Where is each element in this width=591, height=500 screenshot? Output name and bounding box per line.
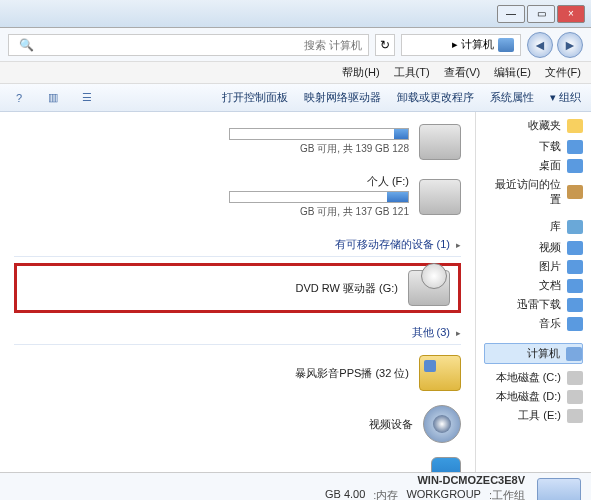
drive-name: DVD RW 驱动器 (G:) <box>25 281 398 296</box>
xunlei-icon <box>567 298 583 312</box>
computer-icon <box>498 38 514 52</box>
phone-icon <box>431 457 461 472</box>
sidebar-item-drive-d[interactable]: 本地磁盘 (D:) <box>484 387 583 406</box>
star-icon <box>567 119 583 133</box>
sidebar-item-label: 工具 (E:) <box>518 408 561 423</box>
tool-props[interactable]: 系统属性 <box>490 90 534 105</box>
sidebar-favorites-head[interactable]: 收藏夹 <box>484 118 583 133</box>
sidebar-item-label: 本地磁盘 (D:) <box>496 389 561 404</box>
sidebar-item-xunlei[interactable]: 迅雷下载 <box>484 295 583 314</box>
document-icon <box>567 279 583 293</box>
menu-file[interactable]: 文件(F) <box>545 65 581 80</box>
sidebar-item-recent[interactable]: 最近访问的位置 <box>484 175 583 209</box>
video-icon <box>567 241 583 255</box>
tool-control[interactable]: 打开控制面板 <box>222 90 288 105</box>
sidebar-item-label: 下载 <box>539 139 561 154</box>
drive-capacity-text: 128 GB 可用, 共 139 GB <box>14 142 409 156</box>
sidebar-computer-head[interactable]: 计算机 <box>484 343 583 364</box>
sidebar-item-drive-e[interactable]: 工具 (E:) <box>484 406 583 425</box>
maximize-button[interactable]: ▭ <box>527 5 555 23</box>
sidebar-item-label: 桌面 <box>539 158 561 173</box>
group-removable[interactable]: 有可移动存储的设备 (1) <box>14 233 461 257</box>
forward-button[interactable]: ► <box>557 32 583 58</box>
breadcrumb-label: 计算机 ▸ <box>452 37 494 52</box>
search-input[interactable] <box>34 39 362 51</box>
preview-icon[interactable]: ▥ <box>44 89 62 107</box>
computer-icon <box>566 347 582 361</box>
sidebar-head-label: 收藏夹 <box>528 118 561 133</box>
hdd-icon <box>419 124 461 160</box>
hdd-icon <box>419 179 461 215</box>
menu-help[interactable]: 帮助(H) <box>342 65 379 80</box>
drive-item-f[interactable]: 个人 (F:) 121 GB 可用, 共 137 GB <box>14 170 461 229</box>
menu-edit[interactable]: 编辑(E) <box>494 65 531 80</box>
nav-bar: ► ◄ 计算机 ▸ ↻ 🔍 <box>0 28 591 62</box>
sidebar-item-label: 文档 <box>539 278 561 293</box>
sidebar-item-label: 图片 <box>539 259 561 274</box>
picture-icon <box>567 260 583 274</box>
tool-uninstall[interactable]: 卸载或更改程序 <box>397 90 474 105</box>
sidebar-item-documents[interactable]: 文档 <box>484 276 583 295</box>
sidebar-item-drive-c[interactable]: 本地磁盘 (C:) <box>484 368 583 387</box>
drive-name: 个人 (F:) <box>14 174 409 189</box>
sidebar-item-pictures[interactable]: 图片 <box>484 257 583 276</box>
window-buttons: × ▭ — <box>497 5 585 23</box>
recent-icon <box>567 185 583 199</box>
status-workgroup-value: WORKGROUP <box>406 488 481 501</box>
sidebar-head-label: 库 <box>550 219 561 234</box>
sidebar-item-videos[interactable]: 视频 <box>484 238 583 257</box>
item-name: 暴风影音PPS播 (32 位) <box>14 366 409 381</box>
view-icon[interactable]: ☰ <box>78 89 96 107</box>
tool-organize[interactable]: 组织 ▾ <box>550 90 581 105</box>
title-bar: × ▭ — <box>0 0 591 28</box>
download-icon <box>567 140 583 154</box>
body-area: 收藏夹 下载 桌面 最近访问的位置 库 视频 图片 文档 迅雷下载 音乐 计算机… <box>0 112 591 472</box>
sidebar: 收藏夹 下载 桌面 最近访问的位置 库 视频 图片 文档 迅雷下载 音乐 计算机… <box>475 112 591 472</box>
drive-icon <box>567 390 583 404</box>
status-computer-name: WIN-DCMOZEC3E8V <box>325 474 525 486</box>
search-icon: 🔍 <box>19 38 34 52</box>
app-folder-icon <box>419 355 461 391</box>
main-panel: 128 GB 可用, 共 139 GB 个人 (F:) 121 GB 可用, 共… <box>0 112 475 472</box>
menu-view[interactable]: 查看(V) <box>444 65 481 80</box>
breadcrumb[interactable]: 计算机 ▸ <box>401 34 521 56</box>
sidebar-item-label: 本地磁盘 (C:) <box>496 370 561 385</box>
music-icon <box>567 317 583 331</box>
other-item-phone[interactable]: 我的手机 <box>14 453 461 472</box>
library-icon <box>567 220 583 234</box>
capacity-bar <box>229 128 409 140</box>
menu-tools[interactable]: 工具(T) <box>394 65 430 80</box>
status-workgroup-label: 工作组: <box>489 488 525 501</box>
sidebar-libraries-head[interactable]: 库 <box>484 219 583 234</box>
status-bar: WIN-DCMOZEC3E8V 工作组: WORKGROUP 内存: 4.00 … <box>0 472 591 500</box>
refresh-button[interactable]: ↻ <box>375 34 395 56</box>
desktop-icon <box>567 159 583 173</box>
computer-large-icon <box>537 478 581 501</box>
sidebar-item-label: 最近访问的位置 <box>490 177 561 207</box>
sidebar-item-downloads[interactable]: 下载 <box>484 137 583 156</box>
help-icon[interactable]: ? <box>10 89 28 107</box>
sidebar-head-label: 计算机 <box>527 346 560 361</box>
drive-icon <box>567 371 583 385</box>
minimize-button[interactable]: — <box>497 5 525 23</box>
back-button[interactable]: ◄ <box>527 32 553 58</box>
close-button[interactable]: × <box>557 5 585 23</box>
tool-netdrive[interactable]: 映射网络驱动器 <box>304 90 381 105</box>
capacity-bar <box>229 191 409 203</box>
dvd-icon <box>408 270 450 306</box>
sidebar-item-label: 音乐 <box>539 316 561 331</box>
toolbar: 组织 ▾ 系统属性 卸载或更改程序 映射网络驱动器 打开控制面板 ☰ ▥ ? <box>0 84 591 112</box>
sidebar-item-label: 迅雷下载 <box>517 297 561 312</box>
sidebar-item-music[interactable]: 音乐 <box>484 314 583 333</box>
status-mem-label: 内存: <box>373 488 398 501</box>
other-item-pps[interactable]: 暴风影音PPS播 (32 位) <box>14 351 461 401</box>
drive-item-e[interactable]: 128 GB 可用, 共 139 GB <box>14 120 461 170</box>
menu-bar: 文件(F) 编辑(E) 查看(V) 工具(T) 帮助(H) <box>0 62 591 84</box>
drive-item-dvd[interactable]: DVD RW 驱动器 (G:) <box>25 270 450 306</box>
drive-icon <box>567 409 583 423</box>
webcam-icon <box>423 405 461 443</box>
group-other[interactable]: 其他 (3) <box>14 321 461 345</box>
sidebar-item-desktop[interactable]: 桌面 <box>484 156 583 175</box>
search-box[interactable]: 🔍 <box>8 34 369 56</box>
other-item-camera[interactable]: 视频设备 <box>14 401 461 453</box>
